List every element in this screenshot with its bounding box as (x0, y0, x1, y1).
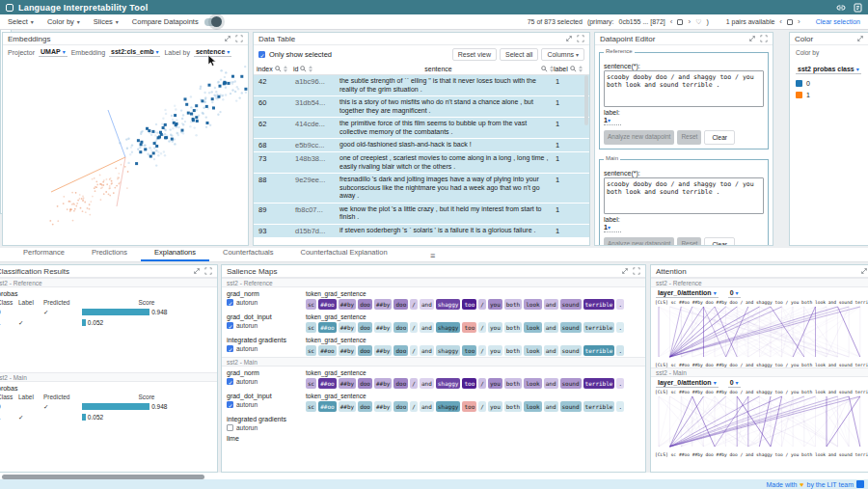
autorun-checkbox[interactable] (227, 378, 233, 385)
label-select[interactable]: 1▾ (604, 117, 621, 125)
token-chip[interactable]: doo (393, 299, 408, 310)
token-chip[interactable]: doo (393, 401, 408, 412)
token-chip[interactable]: ##by (374, 299, 392, 310)
token-chip[interactable]: doo (358, 299, 372, 310)
token-chip[interactable]: / (410, 378, 418, 389)
clear-button[interactable]: Clear (704, 237, 735, 246)
token-chip[interactable]: you (488, 299, 502, 310)
next-datapoint-chevron[interactable]: › (688, 17, 691, 26)
token-chip[interactable]: look (524, 378, 541, 389)
probas-row[interactable]: 1✓0.052 (0, 412, 217, 422)
label-select[interactable]: 1▾ (604, 224, 621, 232)
autorun-checkbox[interactable] (227, 424, 233, 431)
token-chip[interactable]: ##by (339, 322, 356, 333)
docs-icon[interactable] (854, 3, 862, 13)
token-chip[interactable]: ##oo (318, 378, 336, 389)
token-chip[interactable]: terrible (583, 345, 615, 356)
popout-icon[interactable] (856, 35, 864, 42)
prev-pair-chevron[interactable]: ‹ (779, 17, 782, 26)
token-chip[interactable]: ##by (374, 401, 392, 412)
token-chip[interactable]: look (524, 322, 541, 333)
table-row[interactable]: 889e29ee...fresnadillo 's dark and jolti… (254, 174, 589, 204)
token-chip[interactable]: ##by (374, 345, 392, 356)
token-chip[interactable]: terrible (583, 299, 615, 310)
popout-icon[interactable] (224, 35, 231, 42)
token-chip[interactable]: and (420, 401, 434, 412)
token-chip[interactable]: . (616, 401, 624, 412)
next-pair-chevron[interactable]: › (798, 17, 800, 26)
token-chip[interactable]: too (462, 322, 476, 333)
probas-row[interactable]: 1✓0.052 (0, 317, 217, 328)
token-chip[interactable]: and (544, 378, 558, 389)
popout-icon[interactable] (193, 267, 201, 275)
tab-explanations[interactable]: Explanations (141, 245, 209, 261)
maximize-icon[interactable] (204, 267, 212, 275)
maximize-icon[interactable] (760, 35, 768, 42)
drag-handle-icon[interactable]: ≡ (430, 251, 435, 260)
token-chip[interactable]: and (544, 299, 558, 310)
token-chip[interactable]: shaggy (436, 401, 461, 412)
popout-icon[interactable] (621, 267, 629, 275)
head-select[interactable]: 0▾ (728, 379, 741, 388)
horizontal-scrollbar-thumb[interactable] (2, 475, 204, 479)
token-chip[interactable]: sc (306, 378, 316, 389)
token-chip[interactable]: both (504, 345, 522, 356)
table-scrollbar[interactable] (584, 75, 588, 125)
token-chip[interactable]: / (478, 378, 486, 389)
token-chip[interactable]: doo (393, 345, 408, 356)
popout-icon[interactable] (860, 267, 868, 275)
token-chip[interactable]: and (544, 322, 558, 333)
token-chip[interactable]: / (410, 322, 418, 333)
tab-counterfactual-explanation[interactable]: Counterfactual Explanation (287, 245, 401, 261)
token-chip[interactable]: sc (306, 322, 316, 333)
token-chip[interactable]: too (462, 378, 476, 389)
sort-icon[interactable] (284, 66, 287, 72)
prev-datapoint-chevron[interactable]: ‹ (670, 17, 673, 26)
token-chip[interactable]: you (488, 322, 502, 333)
lit-footer-icon[interactable] (856, 480, 864, 488)
token-chip[interactable]: and (420, 322, 434, 333)
autorun-checkbox[interactable] (227, 401, 233, 408)
popout-icon[interactable] (565, 35, 573, 42)
compare-datapoints-toggle[interactable]: Compare Datapoints (132, 17, 221, 26)
token-chip[interactable]: too (462, 345, 476, 356)
popout-icon[interactable] (748, 35, 756, 42)
reset-button[interactable]: Reset (677, 130, 701, 145)
token-chip[interactable]: you (488, 401, 502, 412)
token-chip[interactable]: doo (358, 401, 372, 412)
toggle-switch-icon[interactable] (204, 18, 221, 26)
maximize-icon[interactable] (633, 267, 640, 275)
analyze-new-datapoint-button[interactable]: Analyze new datapoint (604, 130, 674, 145)
token-chip[interactable]: ##oo (318, 345, 336, 356)
token-chip[interactable]: terrible (583, 322, 615, 333)
search-icon[interactable] (541, 66, 548, 72)
sort-icon[interactable] (579, 66, 583, 72)
token-chip[interactable]: / (478, 401, 486, 412)
token-chip[interactable]: ##oo (318, 299, 336, 310)
token-chip[interactable]: doo (393, 322, 408, 333)
token-chip[interactable]: doo (393, 378, 408, 389)
token-chip[interactable]: sc (306, 345, 316, 356)
token-chip[interactable]: sound (560, 401, 582, 412)
sort-icon[interactable] (309, 66, 312, 72)
token-chip[interactable]: and (544, 401, 558, 412)
token-chip[interactable]: ##oo (318, 401, 336, 412)
token-chip[interactable]: / (410, 299, 418, 310)
token-chip[interactable]: sound (560, 322, 582, 333)
token-chip[interactable]: ##by (374, 322, 392, 333)
token-chip[interactable]: both (504, 378, 522, 389)
maximize-icon[interactable] (577, 35, 584, 42)
table-row[interactable]: 42a1bc96...the subtle strength of `` ell… (254, 75, 589, 96)
token-chip[interactable]: doo (358, 378, 372, 389)
token-chip[interactable]: / (478, 345, 486, 356)
tab-predictions[interactable]: Predictions (78, 245, 141, 261)
favorite-icon[interactable]: ♡ (695, 18, 701, 26)
token-chip[interactable]: ##by (374, 378, 392, 389)
token-chip[interactable]: look (524, 401, 541, 412)
token-chip[interactable]: / (478, 322, 486, 333)
select-all-button[interactable]: Select all (500, 48, 538, 61)
datapoint-box-icon[interactable] (677, 19, 683, 25)
autorun-checkbox[interactable] (227, 345, 233, 352)
sentence-textarea[interactable]: scooby dooby doo / and shaggy too / you … (604, 70, 764, 107)
table-row[interactable]: 93d15b7d...if steven soderbergh 's ` sol… (254, 225, 589, 238)
